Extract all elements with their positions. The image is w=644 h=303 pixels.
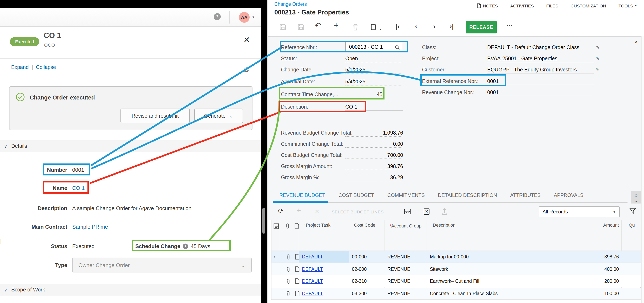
upload-icon[interactable] [442,208,448,215]
breadcrumb[interactable]: Change Orders [274,2,307,7]
edit-project-icon[interactable]: ✎ [596,56,600,62]
scope-section-header[interactable]: ∨ Scope of Work [0,284,261,295]
table-row[interactable]: DEFAULT 03-300 REVENUE Concrete– Clean-I… [272,288,641,300]
expand-link[interactable]: Expand [11,64,29,70]
select-budget-lines-button[interactable]: SELECT BUDGET LINES [332,209,384,214]
project-task-link[interactable]: DEFAULT [302,288,323,299]
chevron-down-icon: ∨ [4,287,7,292]
schedule-change-group: Schedule Change i 45 Days [135,241,210,251]
help-icon[interactable]: ? [214,13,221,20]
attachment-icon[interactable] [286,291,290,297]
delete-row-icon[interactable]: ✕ [315,208,319,215]
attachment-icon[interactable] [286,254,290,260]
gear-icon[interactable]: ⚙ [243,66,250,74]
tab-overflow-button[interactable]: » ▾ [631,191,642,204]
menu-activities[interactable]: ACTIVITIES [510,3,534,8]
tab-commitments[interactable]: COMMITMENTS [388,192,425,198]
tab-attributes[interactable]: ATTRIBUTES [510,192,541,198]
close-icon[interactable]: ✕ [244,35,250,45]
tab-revenue-budget[interactable]: REVENUE BUDGET [279,192,325,198]
more-actions-icon[interactable]: ⋯ [506,22,513,29]
search-icon[interactable] [395,45,400,50]
release-button[interactable]: RELEASE [466,21,497,34]
left-panel-scrollbar[interactable] [262,208,265,234]
revise-resubmit-button[interactable]: Revise and resubmit [120,109,190,123]
records-filter-dropdown[interactable]: All Records ▼ [539,206,620,217]
description-cell: Earthwork– Cut and Fill [430,275,479,287]
name-field-row: Name CO 1 [10,182,85,193]
attachment-icon[interactable] [286,267,290,272]
right-panel-scroll-track[interactable] [641,36,644,303]
delete-icon[interactable] [352,24,358,31]
caret-down-icon: ▾ [635,4,636,8]
project-task-link[interactable]: DEFAULT [302,263,323,275]
note-icon[interactable] [295,266,300,272]
undo-icon[interactable]: ↶ [315,22,322,29]
refresh-icon[interactable]: ⟳ [278,208,284,214]
total-label: Gross Margin %: [281,175,319,180]
save-icon[interactable] [298,24,304,31]
menu-notes[interactable]: NOTES [477,3,498,8]
note-icon[interactable] [295,254,300,260]
panel-drag-handle[interactable]: ∥ [0,238,2,244]
go-previous-icon[interactable]: ‹ [415,23,417,30]
table-row[interactable]: DEFAULT 02-310 REVENUE Earthwork– Cut an… [272,275,641,287]
collapse-link[interactable]: Collapse [36,64,56,70]
save-close-icon[interactable] [279,24,286,31]
cost-code-cell: 00-000 [352,251,367,262]
account-group-cell: REVENUE [388,288,410,299]
row-expander-icon[interactable]: › [274,251,279,262]
collapse-form-icon[interactable]: ∧ [634,39,638,45]
col-description[interactable]: Description [433,222,456,227]
fit-width-icon[interactable] [404,209,411,215]
generate-button[interactable]: Generate ⌄ [194,109,243,123]
avatar[interactable]: AA [239,12,250,23]
info-icon[interactable]: i [183,243,188,249]
go-last-icon[interactable]: ›| [450,23,454,30]
name-value-link[interactable]: CO 1 [72,185,85,191]
table-row[interactable]: DEFAULT 02-000 REVENUE Sitework 400.00 [272,263,641,275]
main-contract-label: Main Contract [10,223,67,230]
go-next-icon[interactable]: › [433,23,436,30]
project-task-link[interactable]: DEFAULT [302,275,323,287]
edit-class-icon[interactable]: ✎ [596,45,600,50]
col-amount[interactable]: Amount [560,222,619,227]
note-icon[interactable] [295,278,300,284]
avatar-caret-icon[interactable]: ▾ [252,15,254,19]
copy-paste-caret-icon[interactable]: ⌄ [379,25,382,31]
tab-detailed-description[interactable]: DETAILED DESCRIPTION [438,192,497,198]
menu-tools[interactable]: TOOLS ▾ [618,3,636,8]
menu-files[interactable]: FILES [546,3,558,8]
column-config-icon[interactable] [274,223,279,229]
reference-input[interactable]: 000213 - CO 1 [345,42,402,53]
edit-customer-icon[interactable]: ✎ [596,67,600,73]
tab-cost-budget[interactable]: COST BUDGET [338,192,374,198]
page-title: CO 1 [44,31,61,40]
main-contract-value-link[interactable]: Sample PRime [72,223,108,230]
table-row[interactable]: › DEFAULT 00-000 REVENUE Markup for 00-0… [272,251,641,263]
copy-paste-icon[interactable] [370,23,376,31]
amount-cell: 398.76 [560,251,619,262]
type-dropdown[interactable]: Owner Change Order ⌄ [72,258,252,272]
type-dropdown-value: Owner Change Order [78,262,130,268]
number-label: Number [10,167,67,173]
project-task-link[interactable]: DEFAULT [302,251,323,262]
note-icon[interactable] [295,291,300,296]
add-icon[interactable]: + [334,22,338,29]
tab-approvals[interactable]: APPROVALS [554,192,584,198]
menu-customization[interactable]: CUSTOMIZATION [570,3,606,8]
col-account-group[interactable]: *Account Group [390,222,422,229]
export-excel-icon[interactable]: X [424,208,430,215]
col-project-task[interactable]: *Project Task [304,222,330,227]
active-tab-underline [273,201,328,203]
status-label: Status: [281,56,297,62]
left-window-black-bar [0,0,267,8]
go-first-icon[interactable]: |‹ [396,23,400,30]
col-cost-code[interactable]: Cost Code [354,222,376,227]
external-ref-label: External Reference Nbr.: [422,78,478,84]
attachment-icon[interactable] [286,279,290,284]
add-row-icon[interactable]: + [297,207,301,214]
col-quantity[interactable]: Qu [629,222,635,227]
details-section-header[interactable]: ∨ Details [0,140,261,152]
filter-icon[interactable] [629,208,636,215]
